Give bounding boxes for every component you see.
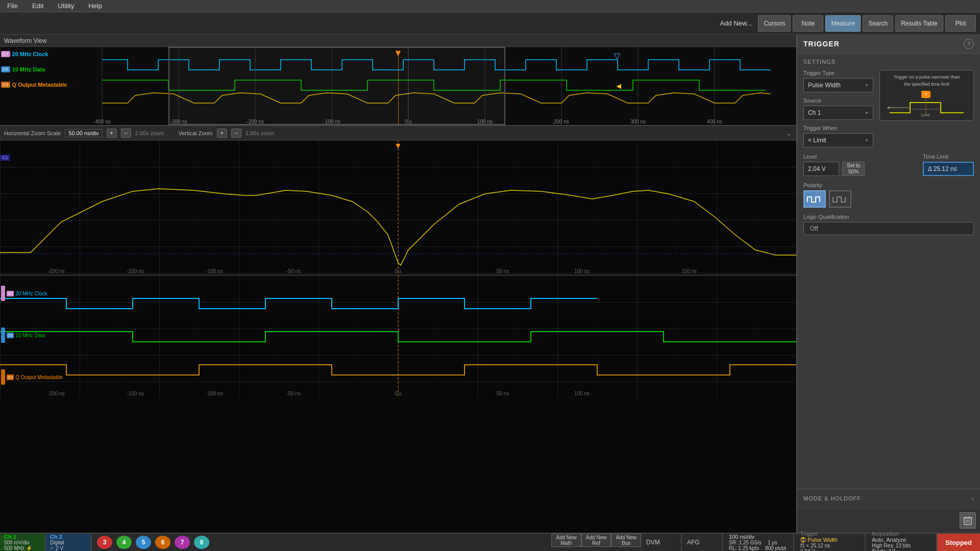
menu-help[interactable]: Help <box>85 1 105 11</box>
trigger-status[interactable]: Trigger ⓵ Pulse Width f1 < 25.12 ns 2.04… <box>794 534 866 551</box>
trigger-pulse-diagram-svg: T Limit <box>885 90 969 118</box>
trash-icon <box>963 515 972 525</box>
add-ref-btn[interactable]: Add New Ref <box>581 534 611 547</box>
svg-text:-50 ns: -50 ns <box>286 268 301 274</box>
source-dropdown[interactable]: Ch 1 <box>803 106 873 120</box>
plot-button[interactable]: Plot <box>945 15 976 32</box>
h-zoom-minus[interactable]: − <box>121 129 131 138</box>
svg-text:100 ns: 100 ns <box>574 268 590 274</box>
trigger-condition: f1 < 25.12 ns <box>800 543 859 548</box>
ch4-btn[interactable]: 4 <box>116 536 132 549</box>
ch2-scale: Digital <box>50 540 87 545</box>
trigger-type-status: ⓵ Pulse Width <box>800 537 859 543</box>
ch8-btn[interactable]: 8 <box>194 536 209 549</box>
ch5-btn[interactable]: 5 <box>136 536 151 549</box>
svg-text:150 ns: 150 ns <box>681 268 697 274</box>
svg-text:-100 ns: -100 ns <box>206 268 223 274</box>
ch1-status[interactable]: Ch 1 500 mV/div 500 MHz ⚡ <box>0 534 46 551</box>
svg-text:Limit: Limit <box>921 113 930 117</box>
horizontal-scale: 100 ns/div <box>729 534 787 540</box>
trigger-status-label: Trigger <box>800 531 859 537</box>
acquisition-mode: Auto, Analyze <box>872 537 930 543</box>
h-zoom-plus[interactable]: + <box>107 129 117 138</box>
mode-holdoff-title: MODE & HOLDOFF <box>803 495 861 502</box>
add-math-btn[interactable]: Add New Math <box>551 534 581 547</box>
overview-waveform[interactable]: D7 20 MHz Clock D5 10 MHz Data D3 Q Outp… <box>0 47 796 126</box>
delete-icon[interactable] <box>960 512 976 529</box>
waveform-view-header: Waveform View <box>0 35 796 47</box>
acquisition-label: Acquisition <box>872 531 930 537</box>
trigger-type-row: Trigger Type Pulse Width Source Ch 1 Tri… <box>803 70 974 147</box>
ch6-btn[interactable]: 6 <box>155 536 170 549</box>
svg-marker-45 <box>887 107 890 109</box>
svg-text:50 ns: 50 ns <box>497 391 509 396</box>
waveform-area: Waveform View D7 20 MHz Clock D5 10 MHz … <box>0 35 796 533</box>
analog-waveform-svg: -200 ns -150 ns -100 ns -50 ns 0 s 50 ns… <box>0 140 796 276</box>
overview-ch-d3-badge: D3 <box>1 82 10 88</box>
time-limit-label: Time Limit <box>923 154 974 160</box>
analog-waveform-view[interactable]: ▼ C1 <box>0 140 796 276</box>
collapse-btn[interactable]: ⌄ <box>786 129 792 137</box>
overview-ch-d5-label: 10 MHz Data <box>12 66 45 72</box>
diagram-text2: the specified time limit <box>884 82 969 87</box>
trigger-type-dropdown[interactable]: Pulse Width <box>803 78 873 92</box>
svg-text:-50 ns: -50 ns <box>286 391 301 396</box>
level-timelimit-row: Level 2.04 V Set to50% Time Limit Δ 25.1… <box>803 154 974 176</box>
trigger-marker-analog: ▼ <box>394 141 402 151</box>
menubar: File Edit Utility Help <box>0 0 980 12</box>
svg-text:200 ns: 200 ns <box>554 119 569 124</box>
results-table-button[interactable]: Results Table <box>895 15 943 32</box>
trigger-level-status: 2.04 V <box>800 548 859 552</box>
digital-waveform-view[interactable]: D7 20 MHz Clock D5 10 MHz Data D3 Q Outp… <box>0 276 796 533</box>
ch7-btn[interactable]: 7 <box>175 536 190 549</box>
trigger-type-label: Trigger Type <box>803 70 873 76</box>
trigger-diagram: Trigger on a pulse narrower than the spe… <box>879 70 974 121</box>
ch3-btn[interactable]: 3 <box>97 536 112 549</box>
svg-text:T: T <box>924 92 927 97</box>
acquisition-status[interactable]: Acquisition Auto, Analyze High Res: 13 b… <box>866 534 937 551</box>
ch2-name: Ch 2 <box>50 534 87 540</box>
settings-label: SETTINGS <box>803 59 974 65</box>
stopped-button[interactable]: Stopped <box>937 534 980 551</box>
h-scale-label: Horizontal Zoom Scale <box>4 130 61 136</box>
ch2-status[interactable]: Ch 2 Digital ÷: 2 V <box>46 534 92 551</box>
time-limit-value[interactable]: Δ 25.12 ns <box>923 162 974 176</box>
overview-trigger-marker: ▼ <box>394 48 403 59</box>
toolbar: Add New... Cursors Note Measure Search R… <box>0 12 980 35</box>
trigger-when-value: < Limit <box>808 137 826 144</box>
digital-waveform-svg: -200 ns -150 ns -100 ns -50 ns 0 s 50 ns… <box>0 276 796 398</box>
acquisition-res: High Res: 13 bits <box>872 543 930 548</box>
svg-text:100 ns: 100 ns <box>574 391 590 396</box>
set50-btn[interactable]: Set to50% <box>842 162 865 176</box>
channel-buttons: 3 4 5 6 7 8 <box>92 534 551 551</box>
mode-holdoff-section[interactable]: MODE & HOLDOFF › <box>797 489 980 508</box>
level-value[interactable]: 2.04 V <box>803 162 839 176</box>
cursors-button[interactable]: Cursors <box>758 15 791 32</box>
search-button[interactable]: Search <box>863 15 893 32</box>
main-scope: ▼ C1 <box>0 140 796 533</box>
level-col: Level 2.04 V Set to50% <box>803 154 865 176</box>
v-zoom-plus[interactable]: + <box>217 129 227 138</box>
ch1-scale: 500 mV/div <box>4 540 41 545</box>
menu-utility[interactable]: Utility <box>55 1 77 11</box>
trigger-title: TRIGGER <box>803 40 840 48</box>
trigger-when-dropdown[interactable]: < Limit <box>803 133 873 147</box>
v-zoom-minus[interactable]: − <box>231 129 241 138</box>
add-bus-btn[interactable]: Add New Bus <box>611 534 641 547</box>
note-button[interactable]: Note <box>793 15 823 32</box>
dvm-btn[interactable]: DVM <box>641 534 682 551</box>
overview-ch-d7-label: 20 MHz Clock <box>12 51 48 57</box>
trigger-help-icon[interactable]: ? <box>964 39 974 49</box>
trigger-when-label: Trigger When <box>803 125 873 131</box>
measure-button[interactable]: Measure <box>825 15 861 32</box>
menu-edit[interactable]: Edit <box>29 1 46 11</box>
polarity-negative-btn[interactable] <box>829 190 851 208</box>
horizontal-status[interactable]: Horizontal 100 ns/div SR: 1.25 GS/s 1 μs… <box>723 534 794 551</box>
logic-qual-toggle[interactable]: Off <box>803 222 974 235</box>
svg-text:-150 ns: -150 ns <box>127 391 143 396</box>
afg-btn[interactable]: AFG <box>682 534 723 551</box>
menu-file[interactable]: File <box>4 1 21 11</box>
polarity-positive-btn[interactable] <box>803 190 826 208</box>
digital-ch-d5-badge: D5 <box>7 333 14 338</box>
c1-label: C1 <box>1 155 10 161</box>
